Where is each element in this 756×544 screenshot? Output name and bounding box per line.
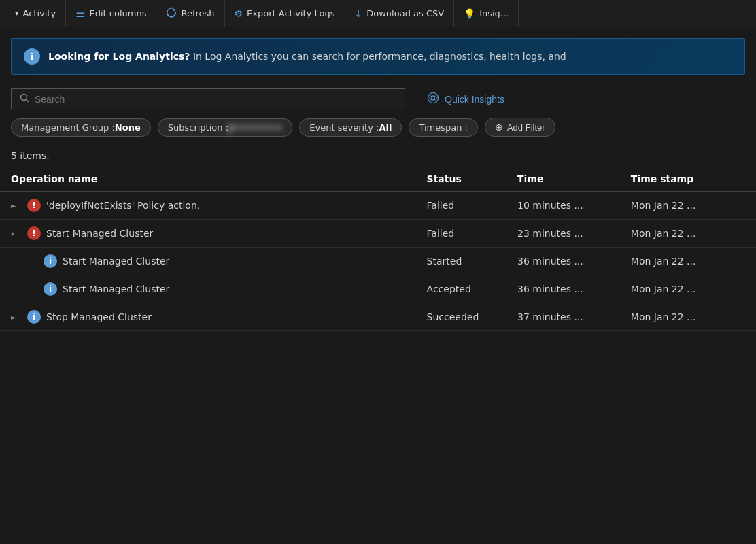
toolbar-download-csv-label: Download as CSV — [366, 8, 444, 18]
col-timestamp: Time stamp — [620, 167, 756, 192]
row-operation-name: Start Managed Cluster — [46, 228, 153, 239]
svg-point-0 — [21, 95, 27, 101]
table-row[interactable]: i Start Managed Cluster Started36 minute… — [0, 248, 756, 275]
search-input[interactable] — [35, 94, 396, 105]
table-row[interactable]: ► i Stop Managed Cluster Succeeded37 min… — [0, 303, 756, 331]
row-time: 36 minutes ... — [506, 248, 620, 275]
chevron-down-icon: ▾ — [15, 9, 19, 18]
banner-rest: In Log Analytics you can search for perf… — [190, 51, 566, 62]
expand-icon: ▾ — [11, 230, 22, 237]
info-banner: i Looking for Log Analytics? In Log Anal… — [11, 38, 745, 75]
activity-table: Operation name Status Time Time stamp ► … — [0, 167, 756, 331]
banner-text: Looking for Log Analytics? In Log Analyt… — [48, 51, 566, 62]
row-operation-name: Stop Managed Cluster — [46, 311, 152, 322]
row-timestamp: Mon Jan 22 ... — [620, 303, 756, 331]
row-status: Accepted — [416, 275, 506, 303]
svg-line-1 — [27, 100, 29, 103]
lightbulb-icon: 💡 — [464, 8, 475, 19]
filter-management-group-value: None — [115, 122, 141, 133]
search-icon — [20, 93, 29, 105]
row-timestamp: Mon Jan 22 ... — [620, 248, 756, 275]
table-header: Operation name Status Time Time stamp — [0, 167, 756, 192]
toolbar-edit-columns[interactable]: ⚌ Edit columns — [66, 0, 156, 27]
row-status-icon: ! — [27, 226, 41, 240]
row-operation-name: Start Managed Cluster — [63, 256, 169, 267]
gear-icon: ⚙ — [235, 8, 243, 19]
items-count: 5 items. — [0, 145, 756, 167]
search-row: Quick Insights — [0, 75, 756, 118]
filter-event-severity-value: All — [379, 122, 392, 133]
row-operation-name: Start Managed Cluster — [63, 284, 169, 294]
add-filter-label: Add Filter — [507, 122, 545, 133]
row-name-cell: ▾ ! Start Managed Cluster — [11, 226, 405, 240]
svg-point-3 — [432, 97, 435, 100]
row-status-icon: i — [44, 282, 57, 296]
toolbar-activity[interactable]: ▾ Activity — [5, 0, 66, 27]
row-timestamp: Mon Jan 22 ... — [620, 192, 756, 220]
quick-insights-label: Quick Insights — [445, 94, 504, 105]
row-name-cell: i Start Managed Cluster — [27, 254, 405, 268]
row-status-icon: i — [44, 254, 57, 268]
banner-bold: Looking for Log Analytics? — [48, 51, 190, 62]
toolbar-insights-label: Insig... — [479, 8, 509, 18]
toolbar-insights[interactable]: 💡 Insig... — [454, 0, 519, 27]
row-time: 36 minutes ... — [506, 275, 620, 303]
row-timestamp: Mon Jan 22 ... — [620, 275, 756, 303]
download-icon: ↓ — [355, 8, 363, 19]
filter-subscription-value: j••••••••• — [228, 122, 282, 133]
expand-icon: ► — [11, 202, 22, 209]
add-filter-icon: ⊕ — [495, 122, 503, 133]
table-body: ► ! 'deployIfNotExists' Policy action. F… — [0, 192, 756, 331]
toolbar: ▾ Activity ⚌ Edit columns Refresh ⚙ Expo… — [0, 0, 756, 27]
columns-icon: ⚌ — [75, 7, 85, 20]
toolbar-edit-columns-label: Edit columns — [90, 8, 147, 18]
row-status-icon: ! — [27, 199, 41, 212]
row-status: Failed — [416, 192, 506, 220]
row-operation-name: 'deployIfNotExists' Policy action. — [46, 200, 200, 211]
toolbar-refresh-label: Refresh — [181, 8, 214, 18]
row-status: Started — [416, 248, 506, 275]
toolbar-export-label: Export Activity Logs — [247, 8, 334, 18]
toolbar-refresh[interactable]: Refresh — [156, 0, 224, 27]
quick-insights-button[interactable]: Quick Insights — [422, 89, 510, 109]
col-status: Status — [416, 167, 506, 192]
row-status: Failed — [416, 220, 506, 248]
row-name-cell: ► ! 'deployIfNotExists' Policy action. — [11, 199, 405, 212]
row-time: 37 minutes ... — [506, 303, 620, 331]
row-status-icon: i — [27, 310, 41, 324]
quick-insights-icon — [427, 92, 439, 106]
col-operation-name: Operation name — [0, 167, 416, 192]
col-time: Time — [506, 167, 620, 192]
toolbar-download-csv[interactable]: ↓ Download as CSV — [345, 0, 455, 27]
row-status: Succeeded — [416, 303, 506, 331]
info-icon: i — [24, 48, 40, 65]
add-filter-button[interactable]: ⊕ Add Filter — [485, 118, 555, 137]
table-row[interactable]: ► ! 'deployIfNotExists' Policy action. F… — [0, 192, 756, 220]
row-name-cell: i Start Managed Cluster — [27, 282, 405, 296]
filter-event-severity-label: Event severity : — [309, 122, 379, 133]
filter-timespan-label: Timespan : — [419, 122, 468, 133]
row-name-cell: ► i Stop Managed Cluster — [11, 310, 405, 324]
toolbar-export[interactable]: ⚙ Export Activity Logs — [225, 0, 345, 27]
items-count-text: 5 items. — [11, 150, 50, 161]
row-time: 23 minutes ... — [506, 220, 620, 248]
filter-row: Management Group : None Subscription : j… — [0, 118, 756, 145]
expand-icon: ► — [11, 313, 22, 321]
filter-timespan[interactable]: Timespan : — [409, 118, 478, 137]
row-timestamp: Mon Jan 22 ... — [620, 220, 756, 248]
filter-management-group[interactable]: Management Group : None — [11, 118, 151, 137]
row-time: 10 minutes ... — [506, 192, 620, 220]
refresh-icon — [166, 7, 177, 20]
table-row[interactable]: i Start Managed Cluster Accepted36 minut… — [0, 275, 756, 303]
table-row[interactable]: ▾ ! Start Managed Cluster Failed23 minut… — [0, 220, 756, 248]
filter-event-severity[interactable]: Event severity : All — [299, 118, 402, 137]
filter-subscription[interactable]: Subscription : j••••••••• — [158, 118, 293, 137]
search-box[interactable] — [11, 88, 405, 109]
filter-subscription-label: Subscription : — [168, 122, 228, 133]
toolbar-activity-label: Activity — [23, 8, 56, 18]
filter-management-group-label: Management Group : — [21, 122, 115, 133]
